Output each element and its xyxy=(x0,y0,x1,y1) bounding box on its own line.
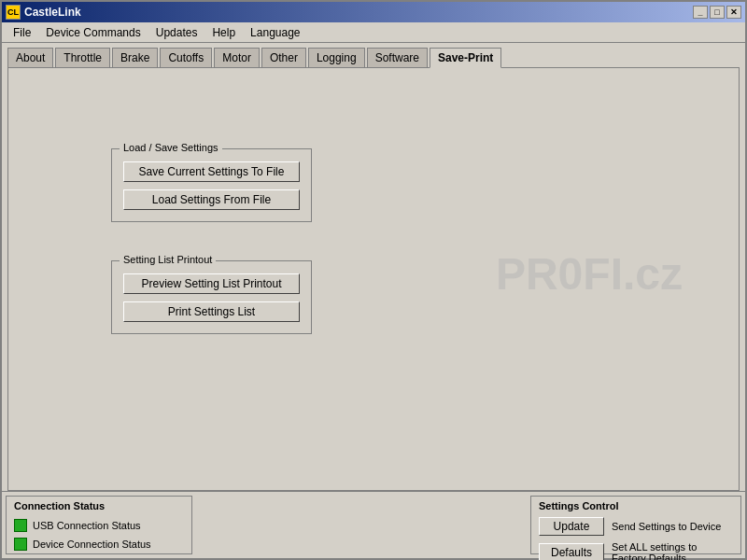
defaults-row: Defaults Set ALL settings to Factory Def… xyxy=(539,541,733,560)
menu-help[interactable]: Help xyxy=(204,24,243,41)
app-icon: CL xyxy=(6,5,21,20)
tab-cutoffs[interactable]: Cutoffs xyxy=(160,48,212,68)
setting-print-legend: Setting List Printout xyxy=(120,254,216,265)
menu-language[interactable]: Language xyxy=(243,24,307,41)
tab-about[interactable]: About xyxy=(7,48,53,68)
menubar: File Device Commands Updates Help Langua… xyxy=(2,22,745,43)
usb-led xyxy=(14,519,27,532)
connection-status-title: Connection Status xyxy=(14,500,184,511)
device-status-label: Device Connection Status xyxy=(33,539,151,550)
usb-status-row: USB Connection Status xyxy=(14,519,184,532)
tab-software[interactable]: Software xyxy=(367,48,428,68)
maximize-button[interactable]: □ xyxy=(710,6,725,19)
minimize-button[interactable]: _ xyxy=(693,6,708,19)
load-settings-button[interactable]: Load Settings From File xyxy=(123,189,300,210)
settings-control-title: Settings Control xyxy=(539,500,733,511)
device-led xyxy=(14,538,27,551)
tab-logging[interactable]: Logging xyxy=(308,48,365,68)
menu-device-commands[interactable]: Device Commands xyxy=(38,24,148,41)
tab-other[interactable]: Other xyxy=(261,48,306,68)
update-row: Update Send Settings to Device xyxy=(539,517,733,536)
titlebar: CL CastleLink _ □ ✕ xyxy=(2,2,745,22)
tab-save-print[interactable]: Save-Print xyxy=(430,48,501,68)
menu-updates[interactable]: Updates xyxy=(148,24,205,41)
tab-brake[interactable]: Brake xyxy=(112,48,158,68)
save-settings-button[interactable]: Save Current Settings To File xyxy=(123,161,300,182)
setting-print-group: Setting List Printout Preview Setting Li… xyxy=(111,255,312,334)
tabbar: About Throttle Brake Cutoffs Motor Other… xyxy=(2,43,745,67)
window-title: CastleLink xyxy=(24,6,693,19)
connection-status-box: Connection Status USB Connection Status … xyxy=(6,496,192,554)
load-save-group: Load / Save Settings Save Current Settin… xyxy=(111,143,312,222)
device-status-row: Device Connection Status xyxy=(14,538,184,551)
menu-file[interactable]: File xyxy=(6,24,38,41)
print-settings-button[interactable]: Print Settings List xyxy=(123,301,300,322)
content-area: PR0FI.cz Load / Save Settings Save Curre… xyxy=(7,67,740,491)
preview-settings-button[interactable]: Preview Setting List Printout xyxy=(123,273,300,294)
titlebar-buttons: _ □ ✕ xyxy=(693,6,741,19)
factory-label: Set ALL settings to Factory Defaults xyxy=(612,541,733,560)
load-save-legend: Load / Save Settings xyxy=(120,142,222,153)
tab-motor[interactable]: Motor xyxy=(214,48,260,68)
close-button[interactable]: ✕ xyxy=(726,6,741,19)
tab-throttle[interactable]: Throttle xyxy=(55,48,110,68)
defaults-button[interactable]: Defaults xyxy=(539,543,604,560)
watermark: PR0FI.cz xyxy=(496,248,683,300)
update-button[interactable]: Update xyxy=(539,517,604,536)
send-label: Send Settings to Device xyxy=(612,521,721,532)
usb-status-label: USB Connection Status xyxy=(33,520,141,531)
settings-control-box: Settings Control Update Send Settings to… xyxy=(530,496,741,554)
statusbar: Connection Status USB Connection Status … xyxy=(2,491,745,558)
main-window: CL CastleLink _ □ ✕ File Device Commands… xyxy=(0,0,747,560)
